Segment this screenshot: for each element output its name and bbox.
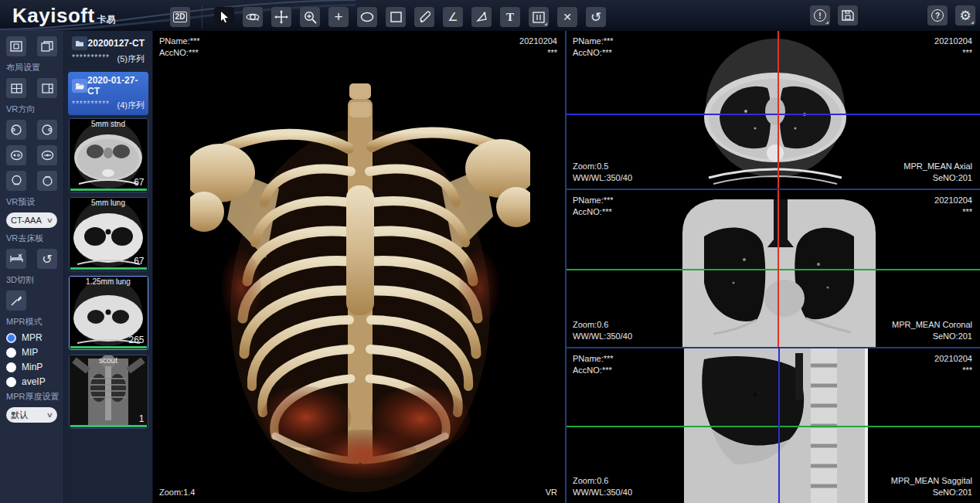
save-floppy-icon (842, 9, 854, 22)
sagittal-accno: AccNO:*** (573, 365, 614, 376)
3d-cut-button[interactable] (6, 291, 26, 311)
axial-view-name: MPR_MEAN Axial (903, 161, 972, 172)
axial-crosshair-vertical-red[interactable] (778, 31, 779, 189)
coronal-crosshair-horizontal-green[interactable] (567, 269, 980, 270)
thumbnail-image-count: 67 (134, 177, 144, 188)
series-thumbnail-5mm-stnd[interactable]: 5mm stnd 67 (69, 118, 148, 192)
settings-button[interactable]: ⚙ (955, 5, 975, 25)
layout-single-button[interactable] (6, 36, 26, 56)
axial-date: 20210204 (934, 36, 972, 47)
load-progress-bar (70, 189, 147, 191)
sagittal-crosshair-vertical-blue[interactable] (778, 348, 780, 503)
reset-bed-icon: ↺ (42, 252, 52, 267)
vr-preset-value: CT-AAA (11, 216, 42, 225)
coronal-accno: AccNO:*** (573, 206, 614, 218)
series-browser-panel: 20200127-CT ********** (5)序列 2020-01-27-… (64, 31, 153, 503)
vr-orient-superior-button[interactable] (6, 171, 26, 191)
scout-xray-thumbnail-image (70, 355, 148, 428)
mpr-coronal-viewport[interactable]: PName:*** AccNO:*** 20210204 *** Zoom:0.… (567, 189, 980, 347)
mpr-mode-option-mip[interactable]: MIP (6, 347, 57, 358)
angle-icon: ∠ (447, 10, 458, 24)
rotate-3d-tool-button[interactable] (243, 7, 263, 27)
layout-protocol-button[interactable] (37, 36, 57, 56)
coronal-crosshair-vertical-red[interactable] (778, 190, 779, 347)
axial-crosshair-horizontal-blue[interactable] (567, 114, 980, 115)
ellipse-roi-tool-button[interactable] (357, 7, 377, 27)
head-left-icon (10, 124, 22, 136)
vr-orient-left-button[interactable] (6, 120, 26, 140)
mpr-option-label: aveIP (22, 376, 46, 387)
mpr-mode-option-mpr[interactable]: MPR (6, 332, 57, 343)
thumbnail-image-count: 67 (134, 256, 144, 267)
pan-tool-button[interactable] (271, 7, 291, 27)
vr-orient-posterior-button[interactable] (37, 145, 57, 165)
thumbnail-label: 1.25mm lung (70, 277, 148, 286)
head-right-icon (41, 124, 53, 136)
delete-annotation-button[interactable]: ✕ (557, 7, 577, 27)
coronal-patient-overlay: PName:*** AccNO:*** (573, 195, 614, 218)
sagittal-patient-overlay: PName:*** AccNO:*** (573, 353, 614, 376)
thumbnail-label: scout (70, 356, 148, 365)
load-progress-bar (70, 346, 147, 348)
cursor-tool-button[interactable] (214, 7, 234, 27)
info-button[interactable]: ! (810, 5, 830, 25)
mpr-thickness-dropdown[interactable]: 默认 ∨ (6, 407, 57, 423)
axial-zoom: Zoom:0.5 (573, 161, 632, 172)
load-progress-bar (70, 267, 147, 270)
mpr-axial-viewport[interactable]: PName:*** AccNO:*** 20210204 *** Zoom:0.… (567, 31, 980, 189)
series-thumbnail-125mm-lung[interactable]: 1.25mm lung 265 (69, 276, 148, 350)
rectangle-roi-tool-button[interactable] (386, 7, 406, 27)
mpr-option-label: MinP (22, 362, 43, 372)
folder-closed-icon (72, 36, 87, 50)
zoom-tool-button[interactable] (300, 7, 320, 27)
series-thumbnail-scout[interactable]: scout 1 (69, 355, 148, 429)
series-thumbnail-5mm-lung[interactable]: 5mm lung 67 (69, 197, 148, 271)
layout-grid-2x2-button[interactable] (6, 78, 26, 98)
grid-2x2-icon (11, 83, 22, 93)
2d-icon: 2D (173, 12, 188, 22)
vr-3d-viewport[interactable]: PName:*** AccNO:*** 20210204 *** Zoom:1.… (153, 31, 565, 503)
vr-ribcage-rendering (190, 56, 530, 500)
2d-view-button[interactable]: 2D (170, 7, 190, 27)
measure-tool-button[interactable] (414, 7, 434, 27)
cobb-angle-tool-button[interactable] (471, 7, 492, 27)
mpr-thickness-label: MPR厚度设置 (6, 391, 57, 403)
axial-study-overlay: 20210204 *** (934, 36, 972, 59)
study-title: 20200127-CT (88, 38, 145, 49)
remove-bed-button[interactable] (6, 249, 26, 269)
coronal-stars: *** (934, 206, 972, 218)
angle-tool-button[interactable]: ∠ (443, 7, 463, 27)
left-control-sidebar: 布局设置 VR方向 (0, 31, 64, 503)
mpr-mode-option-minp[interactable]: MinP (6, 362, 57, 372)
layout-1-plus-3-button[interactable] (37, 78, 57, 98)
vr-orient-right-button[interactable] (37, 120, 57, 140)
coronal-date: 20210204 (934, 195, 972, 206)
axial-zoom-overlay: Zoom:0.5 WW/WL:350/40 (573, 161, 632, 184)
crosshair-tool-button[interactable]: + (328, 7, 349, 27)
radio-icon (6, 348, 16, 358)
zoom-in-icon (304, 11, 317, 24)
sagittal-crosshair-horizontal-green[interactable] (567, 426, 980, 427)
rectangle-icon (390, 12, 402, 22)
vr-accno: AccNO:*** (159, 47, 200, 59)
patient-id-masked: ********** (72, 100, 110, 111)
reset-view-button[interactable]: ↺ (586, 7, 606, 27)
study-item-20200127[interactable]: 20200127-CT ********** (5)序列 (68, 33, 148, 69)
vr-preset-dropdown[interactable]: CT-AAA ∨ (6, 212, 57, 228)
mpr-sagittal-viewport[interactable]: PName:*** AccNO:*** 20210204 *** Zoom:0.… (567, 347, 980, 503)
save-button[interactable] (838, 5, 858, 25)
window-level-button[interactable] (529, 7, 549, 27)
mpr-mode-option-aveip[interactable]: aveIP (6, 376, 57, 387)
text-annotation-button[interactable]: T (500, 7, 520, 27)
layout-settings-label: 布局设置 (6, 62, 57, 73)
restore-bed-button[interactable]: ↺ (37, 249, 57, 269)
study-item-2020-01-27[interactable]: 2020-01-27-CT ********** (4)序列 (68, 72, 148, 115)
ruler-pencil-icon (418, 11, 430, 23)
scalpel-icon (10, 294, 22, 307)
vr-orient-anterior-button[interactable] (6, 145, 26, 165)
vr-orient-inferior-button[interactable] (37, 171, 57, 191)
help-button[interactable]: ? (927, 5, 948, 25)
chevron-down-icon: ∨ (46, 411, 53, 419)
sagittal-date: 20210204 (934, 353, 972, 365)
vr-study-overlay: 20210204 *** (519, 36, 557, 59)
